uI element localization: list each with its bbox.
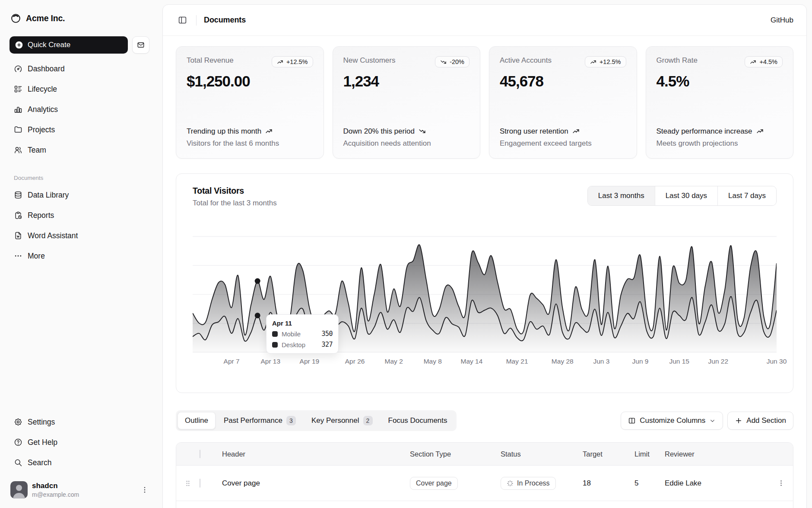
sidebar-item-analytics[interactable]: Analytics [10,101,149,118]
chart-bar-icon [14,105,22,114]
trend-badge: +4.5% [745,56,783,67]
topbar: Documents GitHub [163,5,806,36]
loader-icon [507,480,514,487]
customize-columns-button[interactable]: Customize Columns [621,412,723,430]
card-label: Total Revenue [187,56,234,65]
columns-icon [628,417,636,425]
drag-handle[interactable] [176,479,200,487]
cell-target[interactable]: 18 [579,479,631,488]
nav-documents: Data Library Reports Word Assistant More [10,187,149,264]
circle-plus-icon [15,41,23,49]
range-last-30-days[interactable]: Last 30 days [655,186,717,205]
row-menu-button[interactable] [775,477,788,490]
tab-count-badge: 3 [286,416,296,425]
sidebar-item-team[interactable]: Team [10,142,149,158]
column-header-checkbox [200,450,219,458]
topbar-separator [196,15,197,26]
plus-icon [735,417,742,425]
chart-header: Total Visitors Total for the last 3 mont… [193,186,777,208]
ellipsis-vertical-icon[interactable] [141,486,149,494]
x-tick: Apr 19 [300,358,320,365]
trending-down-icon [440,59,447,65]
sidebar-item-reports[interactable]: Reports [10,207,149,224]
visitors-chart-card: Total Visitors Total for the last 3 mont… [176,173,793,393]
range-last-3-months[interactable]: Last 3 months [588,186,655,205]
range-last-7-days[interactable]: Last 7 days [717,186,776,205]
page-title: Documents [204,16,246,25]
chart-tooltip: Apr 11 Mobile 350 Desktop 327 [266,314,339,354]
ellipsis-vertical-icon [777,479,785,487]
trend-badge: +12.5% [585,56,626,67]
visitors-chart[interactable]: Apr 7Apr 13Apr 19Apr 26May 2May 8May 14M… [193,234,777,368]
card-foot-desc: Acquisition needs attention [343,139,470,148]
card-value: $1,250.00 [187,73,313,90]
acme-logo-icon [10,13,21,24]
card-foot-desc: Engagement exceed targets [500,139,626,148]
select-all-checkbox[interactable] [200,450,200,458]
x-tick: May 8 [424,358,442,365]
tab-outline[interactable]: Outline [178,412,216,429]
trending-up-icon [572,128,580,135]
panel-left-icon [178,16,187,25]
sidebar: Acme Inc. Quick Create Dashboard Lifecyc… [0,0,159,508]
inbox-button[interactable] [132,36,149,54]
avatar [10,481,28,498]
column-header-reviewer: Reviewer [661,450,769,458]
tab-key-personnel[interactable]: Key Personnel 2 [304,412,380,429]
x-tick: Apr 7 [224,358,240,365]
mail-icon [137,41,145,49]
sidebar-spacer [7,264,152,407]
sidebar-item-projects[interactable]: Projects [10,121,149,138]
tab-past-performance[interactable]: Past Performance 3 [216,412,303,429]
add-section-label: Add Section [746,416,786,425]
main-panel: Documents GitHub Total Revenue +12.5% $1… [162,4,807,508]
sidebar-item-word-assistant[interactable]: Word Assistant [10,227,149,244]
chevron-down-icon [709,418,716,424]
trending-down-icon [419,128,426,135]
content: Total Revenue +12.5% $1,250.00 Trending … [163,36,806,508]
card-foot-desc: Visitors for the last 6 months [187,139,313,148]
column-header-section-type: Section Type [406,450,497,458]
quick-create-button[interactable]: Quick Create [10,36,128,54]
table-header-row: HeaderSection TypeStatusTargetLimitRevie… [176,443,793,465]
card-foot-title: Strong user retention [500,127,626,136]
sidebar-item-more[interactable]: More [10,248,149,264]
table-toolbar: Customize Columns Add Section [621,412,793,430]
sidebar-item-settings[interactable]: Settings [10,414,149,430]
cell-reviewer[interactable]: Eddie Lake [661,479,769,488]
tabs-row: Outline Past Performance 3 Key Personnel… [176,410,793,431]
card-label: Growth Rate [657,56,698,65]
metric-cards: Total Revenue +12.5% $1,250.00 Trending … [176,46,793,159]
card-value: 1,234 [343,73,470,90]
x-tick: Jun 15 [669,358,689,365]
database-icon [14,191,22,199]
chart-title: Total Visitors [193,186,277,196]
brand[interactable]: Acme Inc. [7,6,152,30]
cell-header[interactable]: Cover page [219,479,406,488]
dashboard-icon [14,64,22,73]
x-tick: May 28 [552,358,574,365]
sidebar-item-lifecycle[interactable]: Lifecycle [10,81,149,97]
x-tick: May 14 [461,358,483,365]
series-swatch [272,342,278,348]
sidebar-item-data-library[interactable]: Data Library [10,187,149,203]
tooltip-rows: Mobile 350 Desktop 327 [272,330,333,348]
row-checkbox[interactable] [200,479,200,488]
tab-focus-documents[interactable]: Focus Documents [381,412,455,429]
users-icon [14,146,22,154]
card-total-revenue: Total Revenue +12.5% $1,250.00 Trending … [176,46,324,159]
card-growth-rate: Growth Rate +4.5% 4.5% Steady performanc… [646,46,794,159]
x-tick: Apr 26 [345,358,365,365]
column-header-status: Status [497,450,579,458]
sidebar-item-search[interactable]: Search [10,454,149,471]
sidebar-item-dashboard[interactable]: Dashboard [10,61,149,77]
trending-up-icon [750,59,756,65]
github-link[interactable]: GitHub [771,16,793,25]
cell-limit[interactable]: 5 [631,479,661,488]
sidebar-toggle-button[interactable] [176,14,189,27]
sidebar-item-get-help[interactable]: Get Help [10,434,149,450]
table-row: Cover page Cover page In Process 18 5 Ed… [176,465,793,501]
user-name: shadcn [32,482,79,490]
user-menu[interactable]: shadcn m@example.com [7,478,152,502]
add-section-button[interactable]: Add Section [727,412,793,430]
